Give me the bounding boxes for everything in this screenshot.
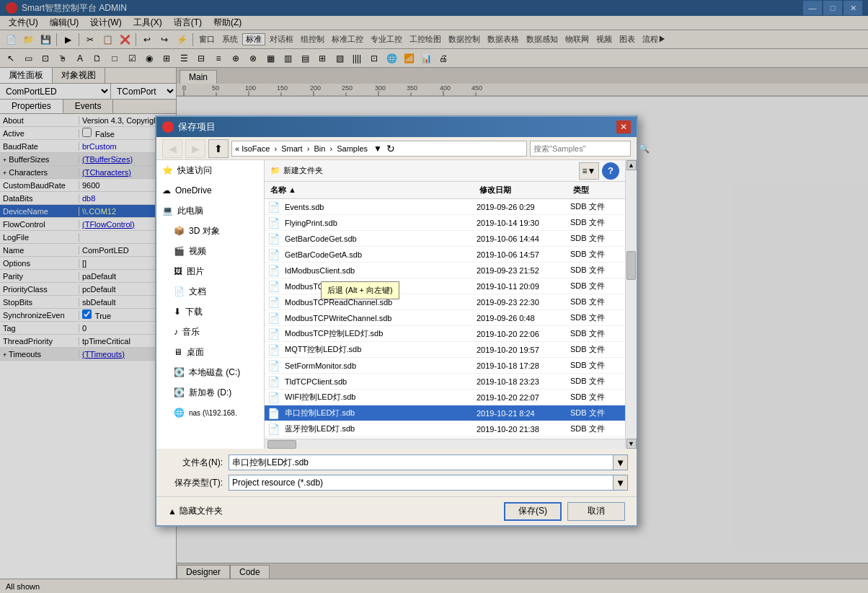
file-row-bluetoothled[interactable]: 📄 蓝牙控制LED灯.sdb 2019-10-20 21:38 SDB 文件 [265,421,625,437]
horizontal-scrollbar[interactable] [265,439,625,449]
file-icon: 📄 [265,296,282,308]
file-row-mqttled[interactable]: 📄 MQTT控制LED灯.sdb 2019-10-20 19:57 SDB 文件 [265,342,625,358]
file-row-flyingprint[interactable]: 📄 FlyingPrint.sdb 2019-10-14 19:30 SDB 文… [265,215,625,231]
nav-nas[interactable]: 🌐 nas (\\192.168. [156,403,264,423]
col-name[interactable]: 名称 ▲ [265,185,474,196]
collapse-icon: ▲ [168,506,177,517]
file-icon: 📄 [265,217,282,229]
file-icon: 📄 [265,265,282,276]
nav-documents[interactable]: 📄 文档 [156,281,264,302]
new-folder-icon: 📁 [270,166,280,175]
file-row-tldtcpclient[interactable]: 📄 TldTCPClient.sdb 2019-10-18 23:23 SDB … [265,374,625,390]
dialog-footer: ▲ 隐藏文件夹 保存(S) 取消 [156,496,637,525]
view-mode-button[interactable]: ≡▼ [579,162,599,180]
filename-label: 文件名(N): [165,457,223,469]
dialog-toolbar: ◀ ▶ ⬆ « IsoFace › Smart › Bin › Samples … [156,137,637,160]
dialog-form: 文件名(N): ▼ 保存类型(T): ▼ [156,449,637,496]
file-icon: 📄 [265,233,282,245]
file-row-wifiled[interactable]: 📄 WIFI控制LED灯.sdb 2019-10-20 22:07 SDB 文件 [265,390,625,405]
filename-row: 文件名(N): ▼ [165,454,628,470]
dialog-close-button[interactable]: ✕ [616,120,631,133]
file-row-serialled[interactable]: 📄 串口控制LED灯.sdb 2019-10-21 8:24 SDB 文件 [265,405,625,421]
scroll-up-button[interactable]: ▲ [626,160,637,170]
music-icon: ♪ [174,327,178,337]
cube-icon: 📦 [174,226,185,236]
dialog-footer-buttons: 保存(S) 取消 [504,502,625,521]
back-button[interactable]: ◀ [162,139,182,158]
file-icon: 📄 [265,328,282,340]
nav-this-pc[interactable]: 💻 此电脑 [156,201,264,221]
new-folder-area: 📁 新建文件夹 [270,165,323,176]
forward-button[interactable]: ▶ [185,139,205,158]
up-button[interactable]: ⬆ [208,139,229,158]
filename-input-group: ▼ [229,454,628,470]
file-row-idmodbusclient[interactable]: 📄 IdModbusClient.sdb 2019-09-23 21:52 SD… [265,263,625,278]
file-icon: 📄 [265,423,282,435]
nav-desktop[interactable]: 🖥 桌面 [156,342,264,362]
file-panel: 📁 新建文件夹 ≡▼ ? 名称 ▲ 修改日期 类型 [265,160,625,449]
nav-downloads[interactable]: ⬇ 下载 [156,302,264,322]
nav-disk-d[interactable]: 💽 新加卷 (D:) [156,382,264,403]
new-folder-label: 新建文件夹 [283,165,323,176]
dialog-icon [162,121,174,133]
scroll-thumb-v[interactable] [626,251,636,280]
dialog-body: ⭐ 快速访问 ☁ OneDrive 💻 此电脑 📦 3D 对象 🎬 视频 🖼 [156,160,637,449]
file-icon: 📄 [265,201,282,213]
file-row-getbarcode[interactable]: 📄 GetBarCodeGet.sdb 2019-10-06 14:44 SDB… [265,231,625,247]
file-row-events[interactable]: 📄 Events.sdb 2019-09-26 0:29 SDB 文件 [265,199,625,215]
file-icon: 📄 [265,249,282,260]
file-panel-header: 📁 新建文件夹 ≡▼ ? [265,160,625,182]
filename-input[interactable] [229,454,614,470]
col-type[interactable]: 类型 [567,185,625,196]
filename-dropdown[interactable]: ▼ [614,454,628,470]
file-icon: 📄 [265,360,282,372]
nav-panel: ⭐ 快速访问 ☁ OneDrive 💻 此电脑 📦 3D 对象 🎬 视频 🖼 [156,160,265,449]
search-box: 🔍 [530,141,631,157]
nav-videos[interactable]: 🎬 视频 [156,241,264,261]
help-button[interactable]: ? [602,162,619,180]
scroll-down-button[interactable]: ▼ [626,439,637,449]
filetype-dropdown[interactable]: ▼ [614,475,628,491]
filetype-input[interactable] [229,475,614,491]
scrollbar-thumb-h[interactable] [267,440,296,449]
path-breadcrumb[interactable]: « IsoFace › Smart › Bin › Samples ▼ ↻ [231,141,527,157]
dialog-title-text: 保存项目 [178,120,216,133]
file-row-modbustcpwrite[interactable]: 📄 ModbusTCPWriteChannel.sdb 2019-09-26 0… [265,310,625,326]
file-row-modbustcp[interactable]: 📄 ModbusTCP.sdb 2019-10-11 20:09 SDB 文件 [265,278,625,294]
file-icon: 📄 [265,281,282,292]
file-icon: 📄 [265,312,282,324]
picture-icon: 🖼 [174,266,182,276]
file-list-header: 名称 ▲ 修改日期 类型 [265,182,625,199]
vertical-scrollbar[interactable]: ▲ ▼ [625,160,637,449]
search-input[interactable] [531,144,636,153]
save-dialog-button[interactable]: 保存(S) [504,502,562,521]
nav-music[interactable]: ♪ 音乐 [156,322,264,342]
nav-local-disk-c[interactable]: 💽 本地磁盘 (C:) [156,362,264,382]
cloud-icon: ☁ [162,185,171,196]
file-icon: 📄 [265,376,282,387]
file-list: 📄 Events.sdb 2019-09-26 0:29 SDB 文件 📄 Fl… [265,199,625,439]
file-row-getbarcodea[interactable]: 📄 GetBarCodeGetA.sdb 2019-10-06 14:57 SD… [265,247,625,263]
path-dropdown-arrow[interactable]: ▼ [373,144,382,154]
hide-folders-area[interactable]: ▲ 隐藏文件夹 [168,505,223,517]
star-icon: ⭐ [162,165,173,175]
download-icon: ⬇ [174,307,181,317]
filetype-label: 保存类型(T): [165,477,223,489]
file-row-modbustcpread[interactable]: 📄 ModbusTCPReadChannel.sdb 2019-09-23 22… [265,294,625,310]
search-icon: 🔍 [636,144,652,154]
file-row-modbustcpled[interactable]: 📄 ModbusTCP控制LED灯.sdb 2019-10-20 22:06 S… [265,326,625,342]
col-date[interactable]: 修改日期 [474,185,567,196]
computer-icon: 💻 [162,206,173,216]
file-icon: 📄 [265,392,282,403]
disk-d-icon: 💽 [174,387,185,397]
nav-3d-objects[interactable]: 📦 3D 对象 [156,221,264,241]
nav-pictures[interactable]: 🖼 图片 [156,261,264,281]
nav-onedrive[interactable]: ☁ OneDrive [156,180,264,201]
nav-quick-access[interactable]: ⭐ 快速访问 [156,160,264,180]
disk-c-icon: 💽 [174,367,185,377]
cancel-dialog-button[interactable]: 取消 [567,502,625,521]
network-icon: 🌐 [174,408,185,418]
refresh-button[interactable]: ↻ [386,143,395,154]
file-row-setformmonitor[interactable]: 📄 SetFormMonitor.sdb 2019-10-18 17:28 SD… [265,358,625,374]
filetype-input-group: ▼ [229,475,628,491]
